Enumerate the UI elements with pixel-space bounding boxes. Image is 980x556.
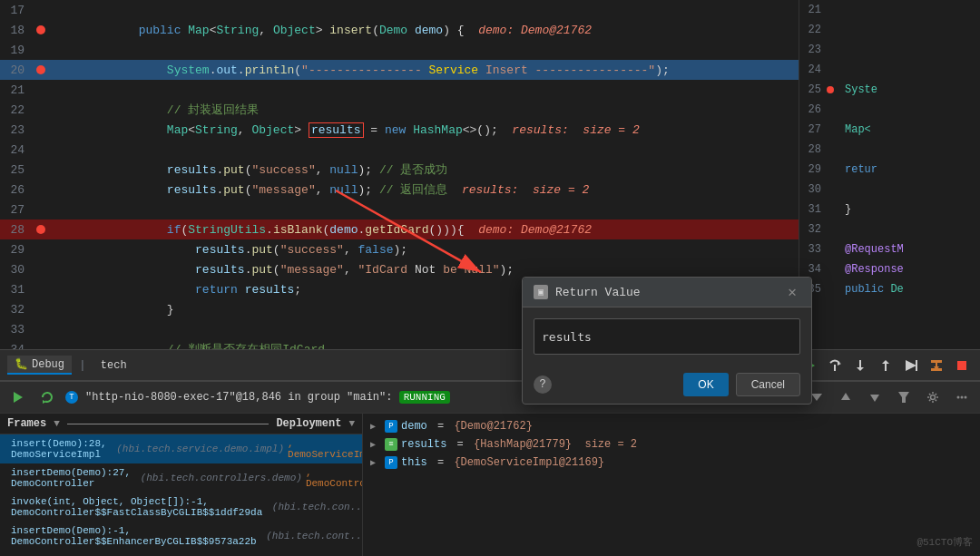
step-over-button[interactable] [824, 355, 846, 376]
deployment-dropdown-icon[interactable]: ▼ [348, 418, 355, 429]
svg-marker-7 [857, 367, 864, 371]
right-line-28: 28 [799, 140, 980, 160]
frame-item-1[interactable]: insertDemo(Demo):27, DemoController (hbi… [0, 463, 362, 493]
right-line-30: 30 [799, 180, 980, 200]
svg-marker-9 [882, 360, 889, 364]
stop-button[interactable] [951, 355, 973, 376]
svg-point-26 [965, 396, 967, 399]
right-line-24: 24 [799, 60, 980, 80]
frames-label: Frames [7, 417, 46, 430]
breakpoint-indicator[interactable] [827, 86, 834, 93]
modal-title: Return Value [555, 286, 641, 299]
var-obj-icon: P [385, 420, 397, 433]
restart-icon[interactable] [36, 386, 58, 408]
modal-icon: ▣ [534, 285, 548, 299]
cancel-button[interactable]: Cancel [736, 373, 800, 396]
var-expand-arrow[interactable]: ▶ [370, 421, 381, 432]
bottom-panel: T "http-nio-8080-exec-17"@18,846 in grou… [0, 381, 980, 556]
modal-header: ▣ Return Value ✕ [523, 278, 811, 307]
play-icon[interactable] [7, 386, 29, 408]
settings-icon[interactable] [922, 386, 944, 408]
step-down-btn[interactable] [864, 386, 886, 408]
tech-tab-label: tech [101, 359, 127, 372]
modal-body [523, 307, 811, 366]
debug-toolbar: 🐛 Debug | tech Server | [0, 349, 980, 381]
frame-item-0[interactable]: insert(Demo):28, DemoServiceImpl (hbi.te… [0, 434, 362, 463]
svg-point-25 [961, 396, 964, 399]
right-line-33: 33 @RequestM [799, 239, 980, 259]
right-line-35: 35 public De [799, 279, 980, 299]
breakpoint-indicator[interactable] [36, 225, 45, 234]
svg-marker-19 [811, 394, 822, 401]
code-line-23: 23 Map<String, Object> results = new Has… [0, 120, 799, 140]
thread-text: "http-nio-8080-exec-17"@18,846 in group … [85, 391, 450, 404]
bug-icon: 🐛 [15, 357, 28, 371]
drop-frame-button[interactable] [926, 355, 947, 376]
svg-marker-10 [906, 360, 916, 371]
step-into-button[interactable] [849, 355, 871, 376]
modal-buttons: OK Cancel [683, 373, 800, 396]
run-to-cursor-button[interactable] [900, 355, 922, 376]
svg-marker-22 [898, 392, 909, 403]
modal-close-button[interactable]: ✕ [784, 283, 800, 301]
code-right-panel: 21 22 23 24 25 Syste 26 [799, 0, 980, 349]
frames-header: Frames ▼ Deployment ▼ [0, 414, 362, 434]
svg-marker-17 [14, 392, 23, 403]
var-field-icon: ≡ [385, 438, 397, 451]
svg-point-23 [931, 395, 936, 400]
right-line-25: 25 Syste [799, 80, 980, 100]
debug-tab-label: Debug [32, 358, 64, 371]
filter-icon[interactable] [893, 386, 915, 408]
step-out-button[interactable] [875, 355, 897, 376]
right-line-32: 32 [799, 219, 980, 239]
svg-rect-16 [957, 361, 966, 370]
right-line-29: 29 retur [799, 160, 980, 180]
var-expand-arrow[interactable]: ▶ [370, 439, 381, 450]
return-value-input[interactable] [534, 318, 800, 355]
more-icon[interactable] [951, 386, 973, 408]
var-obj-icon: P [385, 456, 397, 469]
return-value-dialog: ▣ Return Value ✕ ? OK Cancel [522, 277, 812, 405]
tab-tech[interactable]: tech [93, 357, 134, 374]
right-line-21: 21 [799, 0, 980, 20]
help-button[interactable]: ? [534, 376, 552, 394]
code-line-20: 20 System.out.println("---------------- … [0, 60, 799, 80]
bottom-content: Frames ▼ Deployment ▼ insert(Demo):28, D… [0, 414, 980, 556]
svg-point-24 [957, 396, 960, 399]
right-line-34: 34 @Response [799, 259, 980, 279]
deployment-label: Deployment [276, 417, 341, 430]
right-line-23: 23 [799, 40, 980, 60]
watermark: @51CTO博客 [916, 535, 973, 549]
var-item-demo[interactable]: ▶ P demo = {Demo@21762} [367, 417, 976, 435]
breakpoint-indicator[interactable] [36, 65, 45, 74]
thread-info-icon: T [65, 391, 78, 404]
ok-button[interactable]: OK [683, 373, 728, 396]
var-item-results[interactable]: ▶ ≡ results = {HashMap@21779} size = 2 [367, 435, 976, 454]
svg-rect-12 [931, 360, 942, 363]
thread-bar: T "http-nio-8080-exec-17"@18,846 in grou… [0, 382, 980, 414]
code-line-18: 18 public Map<String, Object> insert(Dem… [0, 20, 799, 40]
var-item-this[interactable]: ▶ P this = {DemoServiceImpl@21169} [367, 454, 976, 472]
frame-item-2[interactable]: invoke(int, Object, Object[]):-1, DemoCo… [0, 493, 362, 522]
variables-panel: ▶ P demo = {Demo@21762} ▶ ≡ results = {H… [363, 414, 980, 556]
svg-marker-20 [841, 393, 850, 400]
right-line-26: 26 [799, 100, 980, 120]
frames-dropdown-icon[interactable]: ▼ [54, 418, 60, 429]
code-line-26: 26 results.put("message", null); // 返回信息… [0, 180, 799, 200]
frames-panel: Frames ▼ Deployment ▼ insert(Demo):28, D… [0, 414, 363, 556]
var-expand-arrow[interactable]: ▶ [370, 457, 381, 468]
tab-debug[interactable]: 🐛 Debug [7, 356, 72, 375]
step-up-btn[interactable] [835, 386, 857, 408]
breakpoint-indicator[interactable] [36, 25, 45, 34]
right-line-27: 27 Map< [799, 120, 980, 140]
svg-marker-21 [870, 395, 879, 402]
right-line-22: 22 [799, 20, 980, 40]
right-line-31: 31 } [799, 200, 980, 219]
modal-footer: ? OK Cancel [523, 366, 811, 404]
frame-item-3[interactable]: insertDemo(Demo):-1, DemoController$$Enh… [0, 522, 362, 551]
main-container: 17 18 public Map<String, Object> insert(… [0, 0, 980, 349]
